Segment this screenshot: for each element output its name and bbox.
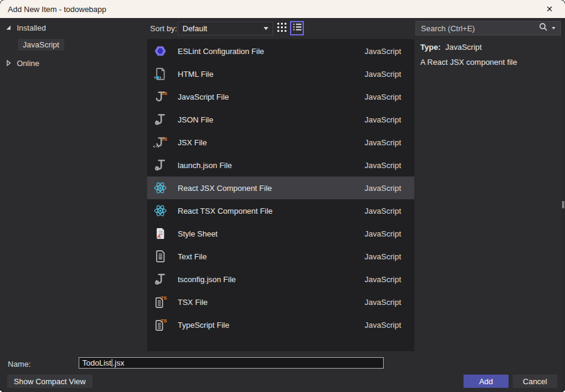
json-file-icon xyxy=(153,112,168,127)
template-row[interactable]: launch.json File JavaScript xyxy=(147,154,414,176)
search-icon[interactable] xyxy=(539,22,548,34)
template-row[interactable]: JS JSX File JavaScript xyxy=(147,131,414,154)
sort-by-label: Sort by: xyxy=(150,24,177,33)
tree-item-installed[interactable]: Installed xyxy=(5,22,46,34)
template-details: Type: JavaScript A React JSX component f… xyxy=(420,43,557,67)
add-button[interactable]: Add xyxy=(464,375,509,388)
list-view-button[interactable] xyxy=(290,21,304,35)
tree-item-label: Online xyxy=(17,59,40,68)
stylesheet-icon: A xyxy=(153,226,168,241)
expanded-triangle-icon xyxy=(5,24,12,31)
scrollbar-thumb[interactable] xyxy=(562,201,564,208)
js-file-icon: JS xyxy=(153,89,168,104)
type-value: JavaScript xyxy=(446,43,482,52)
dialog-title: Add New Item - todowebapp xyxy=(8,5,106,14)
grid-view-icon xyxy=(277,22,287,35)
tree-item-label: Installed xyxy=(17,23,46,32)
cancel-button[interactable]: Cancel xyxy=(513,375,557,388)
svg-text:TS: TS xyxy=(161,318,168,324)
ts-file-icon: TS xyxy=(153,294,168,310)
sort-dropdown-value: Default xyxy=(183,24,207,33)
tree-item-online[interactable]: Online xyxy=(5,57,40,69)
json-file-icon xyxy=(153,271,168,287)
template-row[interactable]: ESLint Configuration File JavaScript xyxy=(147,40,414,62)
template-row[interactable]: A Style Sheet JavaScript xyxy=(147,222,414,245)
template-list: ESLint Configuration File JavaScript HTM… xyxy=(147,39,414,351)
jsx-file-icon: JS xyxy=(153,134,168,150)
name-label: Name: xyxy=(8,360,31,369)
sort-dropdown[interactable]: Default xyxy=(178,22,273,35)
grid-view-button[interactable] xyxy=(276,22,288,35)
type-label: Type: xyxy=(420,43,441,52)
react-icon xyxy=(153,180,168,196)
json-file-icon xyxy=(153,157,168,173)
search-options-caret-icon[interactable] xyxy=(552,27,555,29)
eslint-icon xyxy=(153,43,168,59)
text-file-icon xyxy=(153,249,168,264)
template-row[interactable]: TS TypeScript File JavaScript xyxy=(147,313,414,336)
svg-text:TS: TS xyxy=(161,295,168,301)
vertical-scrollbar[interactable] xyxy=(561,18,565,392)
template-row[interactable]: HTML File JavaScript xyxy=(147,62,414,85)
show-compact-view-button[interactable]: Show Compact View xyxy=(7,375,92,388)
close-icon[interactable]: ✕ xyxy=(540,0,559,18)
template-row[interactable]: tsconfig.json File JavaScript xyxy=(147,268,414,291)
name-value-before-caret: TodoList xyxy=(82,358,111,367)
html-file-icon xyxy=(153,66,168,82)
list-view-icon xyxy=(292,22,302,34)
add-new-item-dialog: Add New Item - todowebapp ✕ Installed Ja… xyxy=(0,0,565,392)
name-input[interactable]: TodoList .jsx xyxy=(79,357,384,369)
dropdown-caret-icon xyxy=(264,27,268,30)
svg-text:JS: JS xyxy=(162,91,168,96)
template-row[interactable]: JSON File JavaScript xyxy=(147,108,414,131)
search-input[interactable]: Search (Ctrl+E) xyxy=(415,21,561,35)
category-tree: Installed JavaScript Online xyxy=(0,18,147,353)
tree-item-javascript[interactable]: JavaScript xyxy=(18,39,64,50)
template-row[interactable]: TS TSX File JavaScript xyxy=(147,291,414,313)
svg-text:JS: JS xyxy=(162,136,168,142)
template-row[interactable]: JS JavaScript File JavaScript xyxy=(147,85,414,108)
template-row[interactable]: Text File JavaScript xyxy=(147,245,414,268)
search-placeholder: Search (Ctrl+E) xyxy=(421,24,475,33)
collapsed-triangle-icon xyxy=(5,59,12,67)
template-row[interactable]: React TSX Component File JavaScript xyxy=(147,199,414,222)
react-icon xyxy=(153,203,168,219)
ts-file-icon: TS xyxy=(153,317,168,333)
name-value-after-caret: .jsx xyxy=(112,358,124,367)
titlebar: Add New Item - todowebapp xyxy=(0,0,565,18)
template-description: A React JSX component file xyxy=(420,58,557,67)
svg-text:A: A xyxy=(156,234,161,240)
template-row[interactable]: React JSX Component File JavaScript xyxy=(147,176,414,199)
